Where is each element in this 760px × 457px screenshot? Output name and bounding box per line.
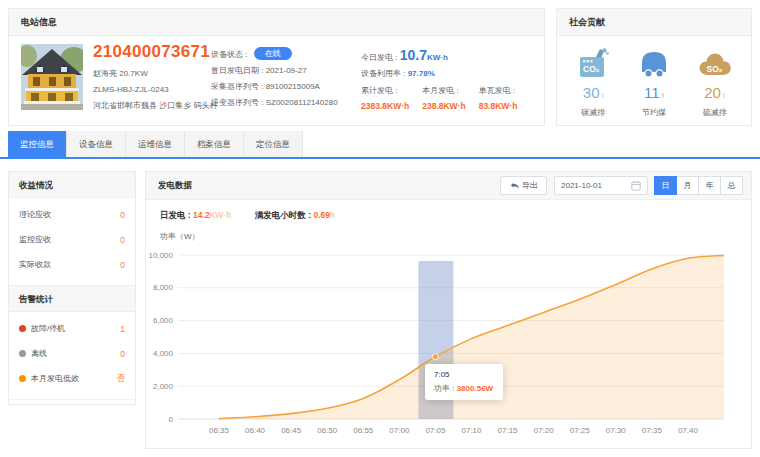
inverter-serial: SZ00208112140280	[266, 98, 338, 107]
coal-saved-value: 11t	[624, 84, 685, 101]
theoretical-receivable-row: 理论应收 0	[9, 202, 135, 227]
station-id: 210400073671	[93, 42, 211, 62]
date-value: 2021-10-01	[561, 181, 602, 190]
generation-data-title: 发电数据	[158, 180, 192, 192]
tab-operations-info[interactable]: 运维信息	[126, 131, 185, 157]
tab-monitoring-info[interactable]: 监控信息	[8, 131, 67, 157]
coal-cart-icon	[624, 46, 685, 79]
total-generation-stat: 累计发电 : 2383.8KW·h	[361, 85, 409, 111]
social-contribution-title: 社会贡献	[557, 9, 751, 36]
svg-text:2,000: 2,000	[153, 382, 174, 391]
so2-reduction-value: 20t	[684, 84, 745, 101]
daily-generation-stat: 日发电 : 14.2KW·h	[160, 210, 231, 222]
chart-controls: 导出 2021-10-01 日 月 年 总	[500, 176, 743, 195]
fault-dot-icon	[19, 325, 26, 332]
svg-text:07:10: 07:10	[461, 426, 482, 435]
coal-saved-label: 节约煤	[624, 107, 685, 118]
svg-text:06:40: 06:40	[245, 426, 266, 435]
tooltip-power-value: 3800.56W	[457, 384, 493, 393]
main-tab-bar: 监控信息 设备信息 运维信息 档案信息 定位信息	[8, 131, 303, 157]
first-generation-date-row: 首日发电日期 : 2021-09-27	[211, 63, 361, 79]
actual-received-row: 实际收款 0	[9, 252, 135, 277]
station-id-block: 210400073671 赵海亮 20.7KW ZLMS-HBJ-ZJL-024…	[93, 42, 211, 111]
y-axis-title: 功率（W）	[160, 231, 751, 242]
station-info-title: 电站信息	[9, 9, 544, 36]
date-picker[interactable]: 2021-10-01	[554, 176, 648, 195]
co2-reduction-label: 碳减排	[563, 107, 624, 118]
collector-serial-row: 采集器序列号 : 89100215009A	[211, 79, 361, 95]
range-day-button[interactable]: 日	[654, 176, 677, 195]
so2-reduction-item: SO₂ 20t 硫减排	[684, 46, 745, 118]
range-total-button[interactable]: 总	[720, 176, 743, 195]
low-efficiency-dot-icon	[19, 375, 26, 382]
utilization-value: 97.78%	[408, 69, 435, 78]
inverter-serial-row: 逆变器序列号 : SZ00208112140280	[211, 95, 361, 111]
co2-reduction-item: CO₂ 30t 碳减排	[563, 46, 624, 118]
so2-reduction-label: 硫减排	[684, 107, 745, 118]
svg-text:6,000: 6,000	[153, 316, 174, 325]
svg-text:0: 0	[169, 415, 174, 424]
svg-text:SO₂: SO₂	[706, 64, 722, 74]
svg-text:4,000: 4,000	[153, 349, 174, 358]
fault-shutdown-row: 故障/停机 1	[9, 316, 135, 341]
tab-archive-info[interactable]: 档案信息	[185, 131, 244, 157]
range-month-button[interactable]: 月	[676, 176, 699, 195]
svg-text:07:30: 07:30	[606, 426, 627, 435]
per-watt-generation-stat: 单瓦发电 : 83.8KW·h	[479, 85, 518, 111]
tooltip-value-line: 功率 : 3800.56W	[434, 383, 494, 394]
low-efficiency-row: 本月发电低效 否	[9, 366, 135, 391]
today-generation-row: 今日发电 : 10.7KW·h	[361, 47, 541, 66]
station-address: 河北省邯郸市魏县 沙口集乡 码头村	[93, 100, 211, 111]
station-photo	[21, 44, 83, 110]
so2-cloud-icon: SO₂	[684, 46, 745, 79]
export-button[interactable]: 导出	[500, 176, 547, 195]
collector-serial: 89100215009A	[266, 82, 320, 91]
full-generation-hours-stat: 满发电小时数 : 0.69h	[255, 210, 335, 222]
chart-stats-row: 日发电 : 14.2KW·h 满发电小时数 : 0.69h	[146, 200, 751, 222]
tab-location-info[interactable]: 定位信息	[244, 131, 303, 157]
first-generation-date: 2021-09-27	[266, 66, 307, 75]
svg-text:07:05: 07:05	[425, 426, 446, 435]
chart-tooltip: 7:05 功率 : 3800.56W	[425, 364, 503, 400]
device-status-row: 设备状态 : 在线	[211, 47, 361, 63]
calendar-icon	[631, 180, 641, 191]
utilization-row: 设备利用率 : 97.78%	[361, 66, 541, 82]
chart-area: 02,0004,0006,0008,00010,00006:3506:4006:…	[148, 243, 751, 447]
social-contribution-body: CO₂ 30t 碳减排 11t 节约煤	[557, 36, 751, 118]
co2-factory-icon: CO₂	[563, 46, 624, 79]
alarm-section-title: 告警统计	[9, 286, 135, 312]
svg-text:10,000: 10,000	[149, 251, 174, 260]
monitored-receivable-row: 监控应收 0	[9, 227, 135, 252]
offline-dot-icon	[19, 350, 26, 357]
sidebar-card: 收益情况 理论应收 0 监控应收 0 实际收款 0 告警统计 故障/停机 1 离…	[8, 171, 136, 405]
social-contribution-card: 社会贡献 CO₂ 30t 碳减排	[556, 8, 752, 126]
svg-text:06:45: 06:45	[281, 426, 302, 435]
station-kpis: 今日发电 : 10.7KW·h 设备利用率 : 97.78% 累计发电 : 23…	[361, 47, 541, 111]
co2-reduction-value: 30t	[563, 84, 624, 101]
revenue-section-title: 收益情况	[9, 172, 135, 198]
station-info-body: 210400073671 赵海亮 20.7KW ZLMS-HBJ-ZJL-024…	[9, 36, 544, 125]
svg-text:07:25: 07:25	[570, 426, 591, 435]
generation-data-header: 发电数据 导出 2021-10-01 日 月 年	[146, 172, 751, 200]
range-button-group: 日 月 年 总	[655, 176, 743, 195]
device-status-label: 设备状态 :	[211, 50, 250, 59]
svg-text:06:35: 06:35	[209, 426, 230, 435]
svg-text:8,000: 8,000	[153, 283, 174, 292]
station-info-card: 电站信息	[8, 8, 545, 126]
power-line-chart[interactable]: 02,0004,0006,0008,00010,00006:3506:4006:…	[148, 243, 751, 447]
coal-saved-item: 11t 节约煤	[624, 46, 685, 118]
station-fields: 设备状态 : 在线 首日发电日期 : 2021-09-27 采集器序列号 : 8…	[211, 47, 361, 111]
tooltip-time: 7:05	[434, 370, 494, 379]
station-code: ZLMS-HBJ-ZJL-0243	[93, 85, 211, 94]
tab-device-info[interactable]: 设备信息	[67, 131, 126, 157]
alarm-rows: 故障/停机 1 离线 0 本月发电低效 否	[9, 312, 135, 400]
svg-text:07:40: 07:40	[678, 426, 699, 435]
range-year-button[interactable]: 年	[698, 176, 721, 195]
svg-text:CO₂: CO₂	[583, 64, 600, 74]
station-owner: 赵海亮 20.7KW	[93, 68, 211, 79]
generation-data-card: 发电数据 导出 2021-10-01 日 月 年	[145, 171, 752, 449]
export-arrow-icon	[509, 181, 519, 190]
svg-text:07:00: 07:00	[389, 426, 410, 435]
svg-text:07:15: 07:15	[498, 426, 519, 435]
svg-text:07:35: 07:35	[642, 426, 663, 435]
